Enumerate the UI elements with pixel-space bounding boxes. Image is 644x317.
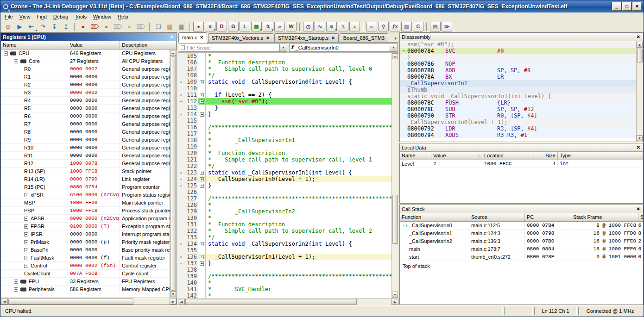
register-row[interactable]: +IPSR0000 0000Interrupt program statu bbox=[1, 230, 170, 238]
code-line[interactable]: 141* SVC_Handler bbox=[178, 286, 391, 292]
code-gutter[interactable]: 135 bbox=[178, 247, 198, 254]
disassembly-lbl-line[interactable]: _CallSupervisorIn1 bbox=[400, 80, 636, 87]
code-gutter[interactable]: 129 bbox=[178, 208, 198, 215]
code-line[interactable]: ●111+ if (Level == 2) { bbox=[178, 92, 391, 98]
power-trace-button[interactable]: ↯ bbox=[338, 22, 348, 31]
code-line[interactable]: 115 bbox=[178, 118, 391, 124]
chevron-down-icon[interactable]: ▼ bbox=[279, 44, 287, 51]
code-line[interactable]: 140* bbox=[178, 280, 391, 286]
code-line[interactable]: 135 bbox=[178, 247, 391, 254]
register-row[interactable]: −Core27 RegistersAll CPU Registers bbox=[1, 57, 170, 65]
code-gutter[interactable]: ●111 bbox=[178, 92, 198, 98]
registers-header-value[interactable]: Value bbox=[68, 41, 120, 49]
code-line[interactable]: 126 bbox=[178, 189, 391, 195]
tab-stm32f40x_vectors-s[interactable]: STM32F40x_Vectors.s✕ bbox=[208, 33, 273, 42]
scroll-down-icon[interactable]: ▼ bbox=[170, 291, 176, 297]
code-gutter[interactable]: 128 bbox=[178, 202, 198, 208]
watch-window-button[interactable]: W bbox=[286, 22, 297, 31]
fold-expander[interactable]: + bbox=[198, 241, 205, 247]
local-data-close-icon[interactable]: ✕ bbox=[636, 145, 641, 150]
disassembly-instruction[interactable]: 08000794ADDSR3 R3, #1 bbox=[400, 132, 636, 138]
clear-tracepoints-button[interactable]: ⌦ bbox=[136, 22, 146, 31]
code-line[interactable]: 133*/ bbox=[178, 234, 391, 241]
register-row[interactable]: R110000 0000General purpose registe bbox=[1, 152, 170, 160]
terminal-button[interactable]: ▤ bbox=[430, 22, 441, 31]
call-stack-frame-row[interactable]: mainmain.c:173:70800 080416 @ 1000 FFF01… bbox=[400, 245, 643, 253]
code-line[interactable]: ●123+static void _CallSupervisorIn1(int … bbox=[178, 169, 391, 176]
menu-view[interactable]: View bbox=[16, 13, 34, 20]
minimize-button[interactable]: _ bbox=[612, 2, 621, 11]
call-stack-close-icon[interactable]: ✕ bbox=[636, 206, 641, 211]
expand-icon[interactable]: + bbox=[14, 280, 18, 284]
code-gutter[interactable]: 130 bbox=[178, 215, 198, 221]
code-line[interactable]: 107* Simple call path to supervisor call… bbox=[178, 66, 391, 72]
expand-icon[interactable]: + bbox=[24, 248, 28, 252]
scroll-right-icon[interactable]: ▶ bbox=[391, 299, 398, 305]
disassembly-instruction[interactable]: 08000786NOP bbox=[400, 61, 636, 67]
code-line[interactable]: ⇨112+ asm("svc #0"); bbox=[178, 98, 391, 105]
chevron-down-icon[interactable]: ▼ bbox=[390, 44, 397, 51]
code-gutter[interactable]: 121 bbox=[178, 156, 198, 163]
register-row[interactable]: +Control0000 0002 (fSn)Control register bbox=[1, 262, 170, 270]
code-line[interactable]: 122*/ bbox=[178, 163, 391, 169]
code-gutter[interactable]: 106 bbox=[178, 59, 198, 66]
editor-vscroll-thumb[interactable] bbox=[392, 195, 398, 244]
scroll-up-icon[interactable]: ▲ bbox=[637, 42, 643, 48]
scroll-left-icon[interactable]: ◀ bbox=[1, 298, 8, 305]
disassembly-instruction[interactable]: 08000790STRR0, [SP, #4] bbox=[400, 112, 636, 119]
register-row[interactable]: CycleCount007A F6CBCycle count bbox=[1, 270, 170, 278]
data-window-button[interactable]: D bbox=[216, 22, 227, 31]
scroll-up-icon[interactable]: ▲ bbox=[392, 53, 398, 59]
code-line[interactable]: 118* _CallSupervisorIn1 bbox=[178, 137, 391, 143]
find-button[interactable]: ⚲ bbox=[378, 22, 389, 31]
file-scope-combo[interactable]: File Scope ▼ bbox=[179, 44, 287, 52]
disassembly-instruction[interactable]: ⇨08000784SVC#0 bbox=[400, 48, 636, 54]
code-gutter[interactable]: 126 bbox=[178, 189, 198, 195]
register-row[interactable]: MSP1000 FF00Main stack pointer bbox=[1, 199, 170, 207]
code-line[interactable]: 108*/ bbox=[178, 72, 391, 79]
code-gutter[interactable]: 119 bbox=[178, 143, 198, 150]
code-line[interactable]: ●124+ _CallSupervisorIn0(Level + 1); bbox=[178, 176, 391, 182]
code-line[interactable]: 120* Function description bbox=[178, 150, 391, 156]
code-coverage-button[interactable]: C bbox=[413, 22, 423, 31]
disassembly-instruction[interactable]: 0800078ESUBSP, SP, #12 bbox=[400, 106, 636, 112]
source-files-button[interactable]: ▥ bbox=[401, 22, 412, 31]
clear-data-breakpoints-button[interactable]: ⌦ bbox=[113, 22, 123, 31]
local-data-button[interactable]: L bbox=[240, 22, 250, 31]
call-stack-header-stack-frame[interactable]: Stack Frame bbox=[571, 213, 638, 221]
register-row[interactable]: R10000 0000General purpose registe bbox=[1, 73, 170, 81]
disassembly-sub-line[interactable]: $Thumb bbox=[400, 87, 636, 93]
code-line[interactable]: 142* bbox=[178, 292, 391, 298]
fold-expander[interactable]: + bbox=[198, 92, 205, 98]
set-data-breakpoint-button[interactable]: ● bbox=[101, 22, 112, 31]
code-line[interactable]: ●125+} bbox=[178, 182, 391, 189]
disassembly-instruction[interactable]: 0800078ABXLR bbox=[400, 74, 636, 80]
registers-close-icon[interactable]: ✕ bbox=[169, 34, 175, 39]
code-line[interactable]: 132* Simple call path to supervisor call… bbox=[178, 228, 391, 234]
register-row[interactable]: R30000 0002General purpose registe bbox=[1, 89, 170, 97]
register-row[interactable]: R15 (PC)0800 0784Program counter bbox=[1, 183, 170, 191]
step-over-button[interactable]: ↷ bbox=[38, 22, 48, 31]
register-row[interactable]: R13 (SP)1000 FFC8Stack pointer bbox=[1, 168, 170, 175]
register-row[interactable]: R80000 0000General purpose registe bbox=[1, 128, 170, 136]
menu-tools[interactable]: Tools bbox=[71, 13, 90, 20]
menu-help[interactable]: Help bbox=[114, 13, 132, 20]
fold-expander[interactable]: + bbox=[198, 79, 205, 85]
code-gutter[interactable]: ●137 bbox=[178, 260, 198, 267]
code-gutter[interactable]: 108 bbox=[178, 72, 198, 79]
code-line[interactable]: 131* Function description bbox=[178, 221, 391, 228]
registers-vscroll-thumb[interactable] bbox=[170, 56, 176, 291]
flash-button[interactable]: ↯▾ bbox=[263, 22, 273, 31]
disassembly-vscroll-thumb[interactable] bbox=[637, 49, 643, 62]
code-gutter[interactable]: ⇨112 bbox=[178, 98, 198, 105]
register-row[interactable]: R90000 0000General purpose registe bbox=[1, 136, 170, 144]
reset-button[interactable]: ⇤▾ bbox=[26, 22, 37, 31]
code-line[interactable]: 139/************************************… bbox=[178, 273, 391, 280]
register-row[interactable]: R40000 0000General purpose registe bbox=[1, 97, 170, 105]
instruction-trace-button[interactable]: ≡▾ bbox=[326, 22, 337, 31]
local-data-header-location[interactable]: Location bbox=[482, 152, 532, 160]
code-gutter[interactable]: 105 bbox=[178, 53, 198, 59]
register-row[interactable]: +EPSR0100 0000 (T)Exception program stat… bbox=[1, 223, 170, 230]
editor-vertical-scrollbar[interactable]: ▲ ▼ bbox=[391, 53, 398, 298]
local-data-header-size[interactable]: Size bbox=[532, 152, 558, 160]
